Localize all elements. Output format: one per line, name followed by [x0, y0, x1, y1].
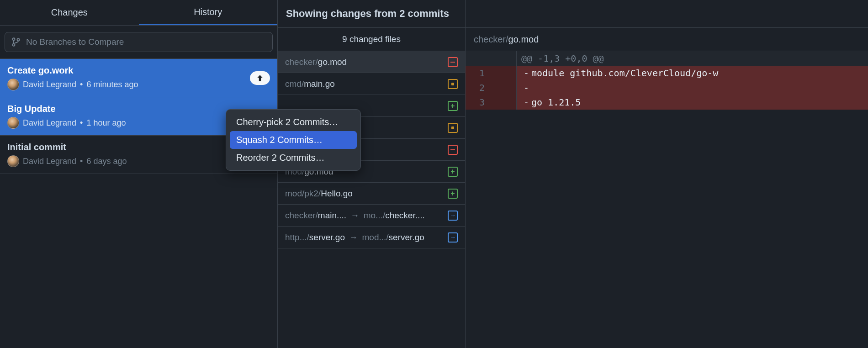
files-count-header: 9 changed files	[278, 27, 465, 51]
commit-author: David Legrand	[23, 118, 76, 128]
tabs: Changes History	[0, 0, 277, 26]
push-badge[interactable]	[250, 71, 270, 85]
file-item[interactable]: mod/pk2/Hello.go	[278, 183, 465, 205]
tab-history[interactable]: History	[139, 0, 278, 25]
renamed-icon	[448, 211, 458, 221]
file-item[interactable]: checker/main.... → mo.../checker....	[278, 205, 465, 227]
added-icon	[448, 189, 458, 199]
diff-panel: checker/go.mod @@ -1,3 +0,0 @@ 1 -module…	[466, 0, 868, 348]
branch-compare-select[interactable]: No Branches to Compare	[5, 32, 273, 52]
commit-time: 6 days ago	[86, 157, 127, 166]
avatar	[7, 155, 19, 167]
arrow-right-icon: →	[349, 232, 358, 242]
arrow-up-icon	[256, 74, 264, 82]
file-item[interactable]: cmd/main.go	[278, 73, 465, 95]
commit-time: 1 hour ago	[86, 118, 126, 128]
diff-line-deleted: 3 -go 1.21.5	[466, 95, 868, 110]
added-icon	[448, 101, 458, 111]
diff-content: @@ -1,3 +0,0 @@ 1 -module github.com/Cle…	[466, 51, 868, 110]
commit-author: David Legrand	[23, 157, 76, 166]
showing-header: Showing changes from 2 commits	[278, 0, 465, 27]
modified-icon	[448, 123, 458, 133]
context-menu: Cherry-pick 2 Commits… Squash 2 Commits……	[226, 109, 361, 171]
git-branch-icon	[11, 37, 21, 47]
file-item[interactable]: http.../server.go → mod.../server.go	[278, 227, 465, 248]
tab-changes[interactable]: Changes	[0, 0, 139, 25]
diff-line-deleted: 1 -module github.com/CleverCloud/go-w	[466, 66, 868, 80]
diff-hunk-header: @@ -1,3 +0,0 @@	[466, 51, 868, 66]
avatar	[7, 79, 19, 90]
context-menu-squash[interactable]: Squash 2 Commits…	[230, 131, 357, 149]
commit-author: David Legrand	[23, 80, 76, 90]
branch-compare-placeholder: No Branches to Compare	[26, 37, 124, 47]
file-panel: Showing changes from 2 commits 9 changed…	[278, 0, 466, 348]
commit-title: Big Update	[7, 104, 126, 114]
commit-title: Create go.work	[7, 65, 138, 76]
added-icon	[448, 167, 458, 177]
renamed-icon	[448, 232, 458, 243]
deleted-icon	[448, 145, 458, 155]
deleted-icon	[448, 57, 458, 67]
diff-file-header: checker/go.mod	[466, 27, 868, 51]
arrow-right-icon: →	[350, 211, 359, 220]
modified-icon	[448, 79, 458, 89]
sidebar: Changes History No Branches to Compare C…	[0, 0, 278, 348]
commit-title: Initial commit	[7, 142, 127, 153]
context-menu-reorder[interactable]: Reorder 2 Commits…	[230, 149, 357, 167]
commit-item[interactable]: Create go.work David Legrand • 6 minutes…	[0, 59, 277, 97]
commit-time: 6 minutes ago	[86, 80, 138, 90]
svg-point-1	[13, 44, 15, 46]
avatar	[7, 117, 19, 129]
context-menu-cherry-pick[interactable]: Cherry-pick 2 Commits…	[230, 113, 357, 131]
svg-point-0	[13, 38, 15, 40]
file-item[interactable]: checker/go.mod	[278, 51, 465, 73]
diff-line-deleted: 2 -	[466, 80, 868, 95]
svg-point-2	[17, 39, 20, 41]
